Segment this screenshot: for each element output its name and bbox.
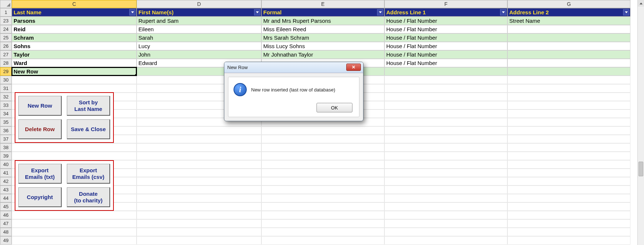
column-header-G[interactable]: G bbox=[507, 0, 630, 8]
table-cell[interactable]: House / Flat Number bbox=[384, 25, 507, 33]
empty-cell[interactable] bbox=[384, 160, 507, 169]
empty-cell[interactable] bbox=[12, 76, 137, 84]
empty-cell[interactable] bbox=[137, 185, 261, 194]
empty-cell[interactable] bbox=[384, 219, 507, 228]
row-number[interactable]: 44 bbox=[0, 194, 12, 202]
row-number[interactable]: 23 bbox=[0, 17, 12, 25]
column-header-F[interactable]: F bbox=[384, 0, 507, 8]
empty-cell[interactable] bbox=[384, 236, 507, 245]
empty-cell[interactable] bbox=[384, 185, 507, 194]
empty-cell[interactable] bbox=[261, 152, 384, 160]
table-cell[interactable]: Taylor bbox=[12, 50, 137, 59]
save-close-button[interactable]: Save & Close bbox=[67, 119, 110, 139]
empty-cell[interactable] bbox=[384, 93, 507, 101]
empty-cell[interactable] bbox=[261, 185, 384, 194]
empty-cell[interactable] bbox=[507, 76, 630, 84]
empty-cell[interactable] bbox=[384, 76, 507, 84]
empty-cell[interactable] bbox=[12, 219, 137, 228]
row-number[interactable]: 43 bbox=[0, 185, 12, 194]
table-cell[interactable]: Miss Lucy Sohns bbox=[261, 42, 384, 50]
dialog-ok-button[interactable]: OK bbox=[316, 103, 352, 112]
table-cell[interactable]: Parsons bbox=[12, 17, 137, 25]
table-cell[interactable]: House / Flat Number bbox=[384, 33, 507, 42]
sort-last-name-button[interactable]: Sort byLast Name bbox=[67, 96, 110, 116]
table-cell[interactable]: Mr Johnathan Taylor bbox=[261, 50, 384, 59]
table-cell[interactable]: Miss Eileen Reed bbox=[261, 25, 384, 33]
empty-cell[interactable] bbox=[137, 126, 261, 135]
empty-cell[interactable] bbox=[12, 143, 137, 152]
vertical-scrollbar[interactable] bbox=[637, 0, 644, 245]
table-header[interactable]: Last Name bbox=[12, 8, 137, 17]
empty-cell[interactable] bbox=[384, 177, 507, 185]
table-cell[interactable]: Reid bbox=[12, 25, 137, 33]
empty-cell[interactable] bbox=[137, 211, 261, 219]
table-cell[interactable] bbox=[507, 33, 630, 42]
empty-cell[interactable] bbox=[507, 185, 630, 194]
table-cell[interactable] bbox=[507, 25, 630, 33]
empty-cell[interactable] bbox=[507, 236, 630, 245]
empty-cell[interactable] bbox=[137, 228, 261, 236]
empty-cell[interactable] bbox=[137, 169, 261, 177]
empty-cell[interactable] bbox=[384, 152, 507, 160]
row-number[interactable]: 25 bbox=[0, 33, 12, 42]
empty-cell[interactable] bbox=[137, 219, 261, 228]
empty-cell[interactable] bbox=[507, 219, 630, 228]
empty-cell[interactable] bbox=[384, 109, 507, 118]
column-header-E[interactable]: E bbox=[261, 0, 384, 8]
delete-row-button[interactable]: Delete Row bbox=[18, 119, 62, 139]
row-number[interactable]: 1 bbox=[0, 8, 12, 17]
empty-cell[interactable] bbox=[137, 236, 261, 245]
filter-dropdown-icon[interactable] bbox=[500, 9, 506, 15]
empty-cell[interactable] bbox=[261, 236, 384, 245]
export-csv-button[interactable]: ExportEmails (csv) bbox=[67, 164, 110, 184]
empty-cell[interactable] bbox=[384, 126, 507, 135]
table-header[interactable]: Address Line 2 bbox=[507, 8, 630, 17]
table-cell[interactable]: Street Name bbox=[507, 17, 630, 25]
empty-cell[interactable] bbox=[261, 143, 384, 152]
empty-cell[interactable] bbox=[261, 228, 384, 236]
empty-cell[interactable] bbox=[261, 194, 384, 202]
empty-cell[interactable] bbox=[261, 202, 384, 211]
table-cell[interactable]: New Row bbox=[12, 67, 137, 76]
empty-cell[interactable] bbox=[507, 101, 630, 109]
row-number[interactable]: 30 bbox=[0, 76, 12, 84]
table-cell[interactable]: John bbox=[137, 50, 261, 59]
empty-cell[interactable] bbox=[507, 211, 630, 219]
donate-button[interactable]: Donate(to charity) bbox=[67, 187, 110, 207]
table-cell[interactable]: Schram bbox=[12, 33, 137, 42]
empty-cell[interactable] bbox=[384, 228, 507, 236]
empty-cell[interactable] bbox=[137, 202, 261, 211]
empty-cell[interactable] bbox=[261, 169, 384, 177]
row-number[interactable]: 47 bbox=[0, 219, 12, 228]
row-number[interactable]: 37 bbox=[0, 135, 12, 143]
empty-cell[interactable] bbox=[384, 169, 507, 177]
row-number[interactable]: 26 bbox=[0, 42, 12, 50]
empty-cell[interactable] bbox=[137, 177, 261, 185]
filter-dropdown-icon[interactable] bbox=[254, 9, 260, 15]
scroll-thumb[interactable] bbox=[638, 162, 643, 176]
table-cell[interactable]: Sohns bbox=[12, 42, 137, 50]
empty-cell[interactable] bbox=[384, 202, 507, 211]
row-number[interactable]: 40 bbox=[0, 160, 12, 169]
row-number[interactable]: 32 bbox=[0, 93, 12, 101]
table-cell[interactable]: Mrs Sarah Schram bbox=[261, 33, 384, 42]
empty-cell[interactable] bbox=[507, 118, 630, 126]
row-number[interactable]: 45 bbox=[0, 202, 12, 211]
empty-cell[interactable] bbox=[384, 118, 507, 126]
empty-cell[interactable] bbox=[384, 84, 507, 93]
table-cell[interactable]: Rupert and Sam bbox=[137, 17, 261, 25]
empty-cell[interactable] bbox=[507, 109, 630, 118]
column-header-C[interactable]: C bbox=[12, 0, 137, 8]
dialog-close-button[interactable]: ✕ bbox=[346, 64, 361, 71]
export-txt-button[interactable]: ExportEmails (txt) bbox=[18, 164, 62, 184]
dialog-title-bar[interactable]: New Row ✕ bbox=[224, 62, 363, 73]
empty-cell[interactable] bbox=[137, 194, 261, 202]
table-cell[interactable]: House / Flat Number bbox=[384, 50, 507, 59]
row-number[interactable]: 28 bbox=[0, 59, 12, 67]
row-number[interactable]: 39 bbox=[0, 152, 12, 160]
empty-cell[interactable] bbox=[261, 211, 384, 219]
table-cell[interactable]: Eileen bbox=[137, 25, 261, 33]
row-number[interactable]: 34 bbox=[0, 109, 12, 118]
empty-cell[interactable] bbox=[384, 101, 507, 109]
empty-cell[interactable] bbox=[507, 93, 630, 101]
